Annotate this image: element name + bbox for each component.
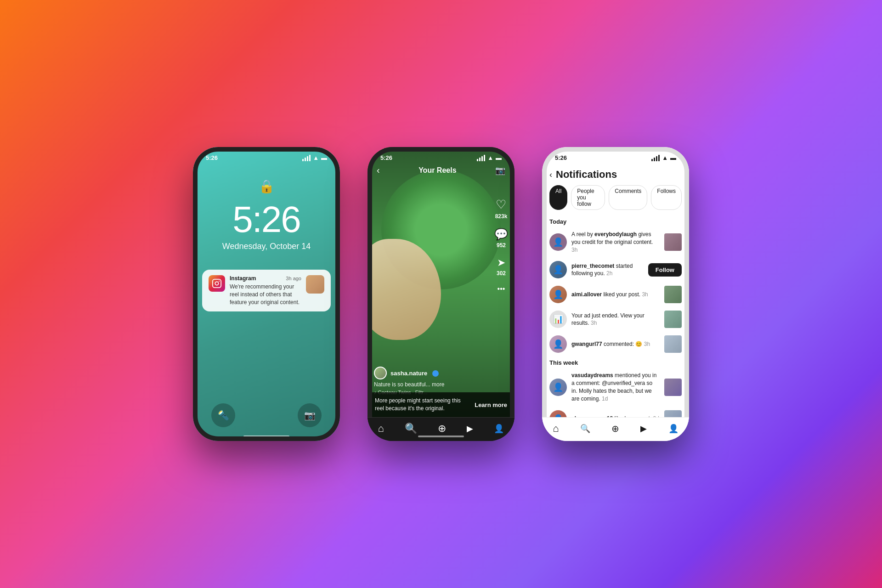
learn-more-button[interactable]: Learn more — [475, 401, 507, 408]
nav-reels-3[interactable]: ▶ — [640, 424, 647, 434]
home-indicator-2 — [418, 435, 464, 437]
status-icons-2: ▲ ▬ — [477, 154, 502, 161]
battery-icon: ▬ — [321, 154, 327, 161]
nav-reels-2[interactable]: ▶ — [467, 424, 473, 434]
notifications-header: ‹ Notifications — [542, 165, 689, 185]
battery-icon-3: ▬ — [670, 154, 676, 161]
status-time-3: 5:26 — [555, 154, 567, 161]
notification-app-name: Instagram — [230, 275, 256, 282]
comment-button[interactable]: 💬 952 — [494, 228, 508, 249]
notif-avatar-2: 👤 — [549, 261, 567, 278]
bottom-nav-2: ⌂ 🔍 ⊕ ▶ 👤 — [368, 417, 514, 441]
nav-add-3[interactable]: ⊕ — [611, 423, 619, 434]
status-bar-1: 5:26 ▲ ▬ — [193, 147, 340, 165]
like-count: 823k — [495, 213, 508, 220]
notification-item[interactable]: 👤 A reel by everybodylaugh gives you cre… — [542, 227, 689, 257]
nav-home-3[interactable]: ⌂ — [553, 423, 559, 435]
status-icons-3: ▲ ▬ — [651, 154, 676, 161]
phone-lockscreen: 5:26 ▲ ▬ 🔒 5:26 Wednesday, October 14 — [193, 147, 340, 441]
thumbnail-image — [306, 275, 324, 294]
lock-bottom-controls: 🔦 📷 — [193, 403, 340, 427]
notif-avatar-3: 👤 — [549, 286, 567, 303]
signal-icon-3 — [651, 155, 660, 161]
notif-text-1: A reel by everybodylaugh gives you credi… — [571, 231, 660, 254]
reel-user-avatar — [374, 367, 387, 379]
reel-info: sasha.nature Nature is so beautiful... m… — [374, 367, 482, 395]
signal-icon — [302, 155, 311, 161]
wifi-icon-2: ▲ — [487, 154, 493, 161]
share-button[interactable]: ➤ 302 — [497, 257, 506, 277]
notification-item[interactable]: 👤 vasudaydreams mentioned you in a comme… — [542, 368, 689, 406]
filter-comments[interactable]: Comments — [609, 185, 647, 210]
wifi-icon: ▲ — [313, 154, 319, 161]
verified-badge — [432, 370, 439, 377]
back-button-reels[interactable]: ‹ — [377, 165, 380, 175]
svg-point-1 — [215, 282, 218, 285]
section-today: Today — [542, 215, 689, 227]
lock-notification-card[interactable]: Instagram 3h ago We're recommending your… — [202, 270, 331, 311]
lock-content: 🔒 5:26 Wednesday, October 14 Instagram 3… — [193, 165, 340, 311]
status-bar-3: 5:26 ▲ ▬ — [542, 147, 689, 165]
notification-item[interactable]: 👤 gwangurl77 commented: 😊 3h — [542, 332, 689, 356]
back-button-notifications[interactable]: ‹ — [549, 170, 552, 180]
share-count: 302 — [497, 270, 506, 277]
flashlight-button[interactable]: 🔦 — [211, 403, 235, 427]
notification-text-area: Instagram 3h ago We're recommending your… — [230, 275, 301, 306]
banner-text: More people might start seeing this reel… — [375, 397, 469, 413]
nav-profile-3[interactable]: 👤 — [668, 424, 678, 434]
follow-button[interactable]: Follow — [648, 263, 682, 277]
notif-avatar-1: 👤 — [549, 233, 567, 251]
filter-people-follow[interactable]: People you follow — [571, 185, 605, 210]
lock-date: Wednesday, October 14 — [222, 242, 311, 251]
notif-avatar-6: 👤 — [549, 379, 567, 396]
notification-item[interactable]: 👤 aimi.allover liked your post. 3h — [542, 282, 689, 307]
phone-reels: 5:26 ▲ ▬ ‹ Your Reels 📷 ♡ 823k 💬 952 ➤ — [368, 147, 514, 441]
notification-item[interactable]: 📊 Your ad just ended. View your results.… — [542, 307, 689, 332]
notification-header: Instagram 3h ago — [230, 275, 301, 282]
camera-icon-reels[interactable]: 📷 — [495, 165, 505, 175]
reel-user: sasha.nature — [374, 367, 482, 379]
svg-point-2 — [219, 281, 220, 282]
notification-item[interactable]: 👤 pierre_thecomet started following you.… — [542, 257, 689, 282]
notification-body: We're recommending your reel instead of … — [230, 283, 301, 306]
filter-pills: All People you follow Comments Follows — [542, 185, 689, 215]
status-bar-2: 5:26 ▲ ▬ — [368, 147, 514, 165]
notif-text-2: pierre_thecomet started following you. 2… — [571, 262, 644, 278]
more-options-button[interactable]: ••• — [498, 285, 505, 293]
notif-text-6: vasudaydreams mentioned you in a comment… — [571, 372, 660, 402]
notif-thumb-1 — [664, 233, 682, 251]
nav-home-2[interactable]: ⌂ — [378, 423, 384, 435]
notif-avatar-5: 👤 — [549, 335, 567, 353]
status-icons-1: ▲ ▬ — [302, 154, 327, 161]
nav-search-3[interactable]: 🔍 — [580, 424, 590, 434]
nav-search-2[interactable]: 🔍 — [405, 423, 417, 435]
nav-profile-2[interactable]: 👤 — [494, 424, 504, 434]
notif-thumb-5 — [664, 335, 682, 353]
notif-text-5: gwangurl77 commented: 😊 3h — [571, 340, 660, 348]
filter-all[interactable]: All — [549, 185, 567, 210]
status-time-2: 5:26 — [380, 154, 392, 161]
home-indicator-1 — [243, 435, 289, 437]
reels-action-buttons: ♡ 823k 💬 952 ➤ 302 ••• — [494, 198, 508, 293]
lock-icon: 🔒 — [259, 179, 275, 194]
like-button[interactable]: ♡ 823k — [495, 198, 508, 220]
svg-rect-0 — [213, 279, 221, 288]
phone-notifications: 5:26 ▲ ▬ ‹ Notifications All People you … — [542, 147, 689, 441]
notification-thumbnail — [306, 275, 324, 294]
notif-thumb-4 — [664, 311, 682, 328]
reels-title: Your Reels — [418, 166, 456, 175]
reel-caption: Nature is so beautiful... more — [374, 381, 482, 388]
section-this-week: This week — [542, 356, 689, 368]
notif-text-4: Your ad just ended. View your results. 3… — [571, 312, 660, 328]
lock-time: 5:26 — [232, 201, 300, 238]
battery-icon-2: ▬ — [496, 154, 502, 161]
status-time-1: 5:26 — [206, 154, 218, 161]
camera-button[interactable]: 📷 — [298, 403, 322, 427]
filter-follows[interactable]: Follows — [651, 185, 682, 210]
original-content-banner: More people might start seeing this reel… — [368, 392, 514, 417]
notification-time: 3h ago — [286, 276, 301, 281]
notifications-title: Notifications — [556, 169, 617, 181]
wifi-icon-3: ▲ — [662, 154, 668, 161]
nav-add-2[interactable]: ⊕ — [438, 423, 446, 435]
signal-icon-2 — [477, 155, 485, 161]
